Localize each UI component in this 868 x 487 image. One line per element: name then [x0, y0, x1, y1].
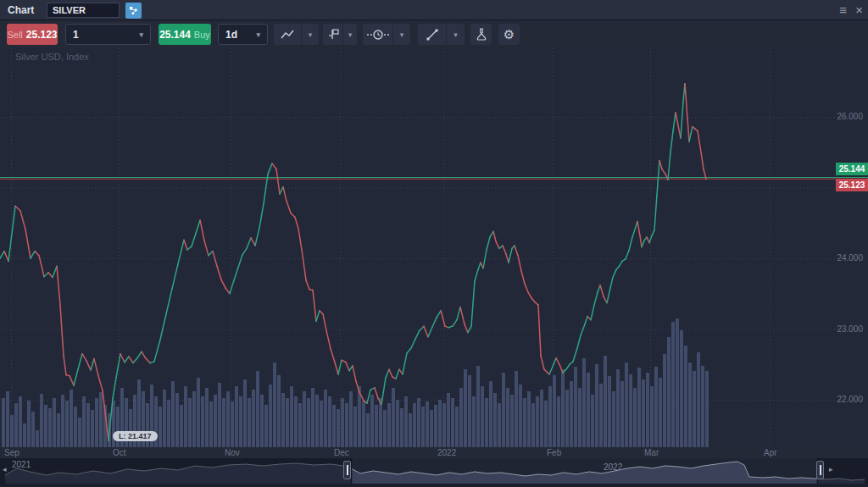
chart-type-caret[interactable]: ▾	[302, 24, 319, 45]
indicators-caret[interactable]: ▾	[343, 24, 357, 45]
symbol-input[interactable]	[47, 3, 120, 18]
chevron-down-icon: ▾	[256, 30, 260, 39]
time-tick-label: Oct	[113, 448, 126, 457]
drawing-line-icon	[426, 28, 439, 42]
indicators-group: ▾	[323, 24, 357, 45]
timeline-scrubber[interactable]: 2021 2022 ◂ ▸	[0, 458, 868, 484]
backtest-button[interactable]	[470, 24, 492, 45]
interval-button[interactable]	[363, 24, 393, 45]
buy-price-badge: 25.144	[836, 163, 868, 175]
flask-icon	[476, 28, 487, 41]
indicators-icon	[326, 28, 340, 42]
time-tick-label: Apr	[764, 448, 777, 457]
interval-group: ▾	[363, 24, 410, 45]
chart-type-group: ▾	[274, 24, 319, 45]
sell-price: 25.123	[26, 29, 58, 41]
price-chart	[0, 48, 868, 447]
chart-window: Chart ≡ × Sell 25.123 1 ▾ 25.144 Buy	[0, 0, 868, 487]
chevron-down-icon: ▾	[309, 30, 313, 39]
timeframe-value: 1d	[225, 29, 237, 41]
time-tick-label: Nov	[225, 448, 240, 457]
window-title: Chart	[8, 4, 34, 16]
timeframe-dropdown[interactable]: 1d ▾	[218, 24, 268, 45]
time-tick-label: Dec	[334, 448, 349, 457]
navigator-chart	[0, 458, 868, 484]
scroll-left-icon[interactable]: ◂	[3, 465, 7, 473]
drawing-button[interactable]	[418, 24, 447, 45]
instrument-watermark: Silver USD, Index	[15, 52, 89, 62]
sell-price-badge: 25.123	[836, 179, 868, 191]
buy-price: 25.144	[159, 29, 191, 41]
chevron-down-icon: ▾	[453, 30, 458, 39]
chart-area[interactable]: Silver USD, Index 26.00025.00024.00023.0…	[0, 48, 868, 447]
quantity-value: 1	[73, 29, 79, 41]
sell-button[interactable]: Sell 25.123	[7, 24, 58, 45]
linked-dots-icon	[128, 5, 139, 16]
buy-label: Buy	[194, 30, 210, 40]
chevron-down-icon: ▾	[139, 30, 143, 39]
drawing-caret[interactable]: ▾	[447, 24, 465, 45]
interval-clock-icon	[367, 29, 389, 41]
chart-type-button[interactable]	[274, 24, 302, 45]
time-tick-label: 2022	[437, 448, 456, 457]
close-icon[interactable]: ×	[855, 2, 863, 19]
navigator-year-left: 2021	[12, 460, 31, 469]
indicators-button[interactable]	[323, 24, 343, 45]
related-markets-button[interactable]	[125, 3, 142, 19]
price-tick-label: 26.000	[837, 112, 863, 121]
price-tick-label: 22.000	[837, 395, 863, 404]
time-tick-label: Feb	[547, 448, 561, 457]
sell-label: Sell	[7, 30, 22, 40]
scroll-right-icon[interactable]: ▸	[829, 465, 833, 473]
chevron-down-icon: ▾	[400, 30, 404, 39]
low-marker-badge: L: 21.417	[113, 431, 158, 441]
chart-type-icon	[280, 29, 295, 41]
time-tick-label: Sep	[4, 448, 19, 457]
time-tick-label: Mar	[644, 448, 659, 457]
drawing-group: ▾	[418, 24, 465, 45]
price-tick-label: 23.000	[837, 324, 863, 334]
price-tick-label: 24.000	[837, 253, 863, 263]
time-axis: SepOctNovDec2022FebMarApr	[0, 447, 868, 458]
title-bar: Chart ≡ ×	[0, 0, 868, 20]
toolbar: Sell 25.123 1 ▾ 25.144 Buy 1d ▾ ▾	[0, 21, 868, 48]
navigator-year-right: 2022	[604, 462, 622, 472]
settings-button[interactable]: ⚙	[498, 24, 520, 45]
range-handle-right[interactable]	[816, 461, 824, 479]
buy-button[interactable]: 25.144 Buy	[159, 24, 211, 45]
range-handle-left[interactable]	[343, 461, 351, 479]
interval-caret[interactable]: ▾	[393, 24, 410, 45]
menu-icon[interactable]: ≡	[839, 2, 846, 19]
bottom-strip	[0, 484, 868, 487]
gear-icon: ⚙	[504, 27, 515, 42]
quantity-dropdown[interactable]: 1 ▾	[65, 24, 151, 45]
chevron-down-icon: ▾	[348, 30, 353, 39]
